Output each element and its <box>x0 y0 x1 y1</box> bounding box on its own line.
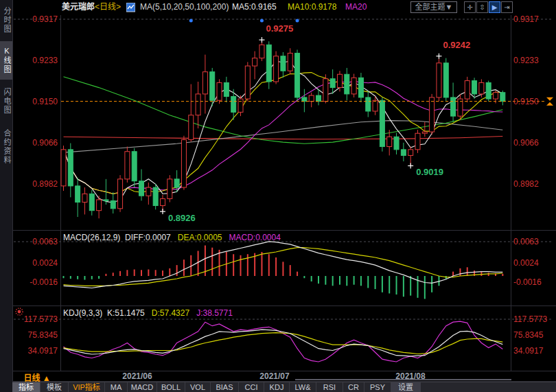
main-price-panel[interactable] <box>61 40 505 218</box>
kdj-tick-label: 34.0917 <box>14 346 58 356</box>
trading-app-window: 分时图 K线图 闪电图 合约资料 美元瑞郎<日线> MA(5,10,20,50,… <box>0 0 556 392</box>
tab-indicator[interactable]: 指标 <box>12 382 40 392</box>
kdj-tick-label: 117.5773 <box>14 314 58 324</box>
kdj-tick-label: 75.8345 <box>513 330 556 340</box>
tab-cci[interactable]: CCI <box>239 382 264 392</box>
macd-diff-value: DIFF:0.0007 <box>125 233 171 242</box>
price-tick-label: 0.9233 <box>14 56 58 65</box>
kdj-panel[interactable] <box>64 321 503 362</box>
x-axis-label: 2021/06 <box>117 371 158 381</box>
svg-text:0.9275: 0.9275 <box>266 23 293 34</box>
tab-settings[interactable]: 设置 <box>391 382 421 392</box>
kdj-tick-label: 75.8345 <box>14 330 58 340</box>
price-tick-label: 0.9317 <box>513 14 556 24</box>
tab-lwr[interactable]: LW& <box>290 382 316 392</box>
macd-tick-label: -0.0016 <box>14 277 58 287</box>
tab-kdj[interactable]: KDJ <box>264 382 290 392</box>
macd-title: MACD(26,12,9) <box>63 233 120 242</box>
macd-tick-label: 0.0063 <box>14 237 58 246</box>
tab-bias[interactable]: BIAS <box>211 382 239 392</box>
kdj-header: KDJ(9,3,3) K:51.1475 D:57.4327 J:38.5771 <box>63 308 233 318</box>
tab-cr[interactable]: CR <box>343 382 364 392</box>
svg-text:0.9019: 0.9019 <box>416 167 443 177</box>
macd-tick-label: 0.0024 <box>513 258 556 268</box>
indicator-tab-bar: 指标 模板 VIP指标 MA MACD BOLL VOL BIAS CCI KD… <box>12 382 556 392</box>
period-selector[interactable]: 日线 ▲ <box>14 371 60 381</box>
kdj-title: KDJ(9,3,3) <box>63 308 102 318</box>
tab-template[interactable]: 模板 <box>40 382 69 392</box>
price-annotation: 0.9242 <box>436 40 470 59</box>
tab-boll[interactable]: BOLL <box>157 382 185 392</box>
price-tick-label: 0.9150 <box>513 97 556 106</box>
candlesticks <box>61 40 505 218</box>
price-annotation: 0.9019 <box>408 163 443 177</box>
price-annotation: 0.8926 <box>160 209 196 223</box>
tab-ma[interactable]: MA <box>105 382 128 392</box>
kdj-tick-label: 117.5773 <box>513 314 556 324</box>
tab-rsi[interactable]: RSI <box>316 382 343 392</box>
chart-canvas[interactable]: 0.92750.92420.90190.8926 <box>0 0 556 392</box>
tab-vol[interactable]: VOL <box>185 382 211 392</box>
macd-tick-label: 0.0063 <box>513 237 556 246</box>
svg-text:0.9242: 0.9242 <box>443 40 470 50</box>
macd-value: MACD:0.0004 <box>229 233 281 242</box>
chart-scrollbar[interactable] <box>295 379 511 380</box>
kdj-j-value: J:38.5771 <box>196 308 233 318</box>
x-axis-label: 2021/07 <box>254 371 295 381</box>
kdj-tick-label: 34.0917 <box>513 346 556 356</box>
tab-vip-indicator[interactable]: VIP指标 <box>69 382 105 392</box>
macd-dea-value: DEA:0.0005 <box>178 233 222 242</box>
price-tick-label: 0.9317 <box>14 14 58 24</box>
tab-psy[interactable]: PSY <box>364 382 391 392</box>
price-tick-label: 0.8982 <box>513 179 556 189</box>
price-tick-label: 0.8982 <box>14 179 58 189</box>
macd-header: MACD(26,12,9) DIFF:0.0007 DEA:0.0005 MAC… <box>63 233 281 242</box>
kdj-k-value: K:51.1475 <box>107 308 145 318</box>
price-tick-label: 0.9066 <box>513 138 556 148</box>
price-tick-label: 0.9150 <box>14 97 58 106</box>
tab-macd[interactable]: MACD <box>128 382 157 392</box>
macd-panel[interactable] <box>64 242 503 299</box>
price-annotation: 0.9275 <box>259 23 293 43</box>
svg-text:0.8926: 0.8926 <box>168 213 196 223</box>
macd-tick-label: 0.0024 <box>14 258 58 268</box>
price-tick-label: 0.9066 <box>14 138 58 148</box>
macd-tick-label: -0.0016 <box>513 277 556 287</box>
price-tick-label: 0.9233 <box>513 56 556 65</box>
kdj-d-value: D:57.4327 <box>152 308 189 318</box>
